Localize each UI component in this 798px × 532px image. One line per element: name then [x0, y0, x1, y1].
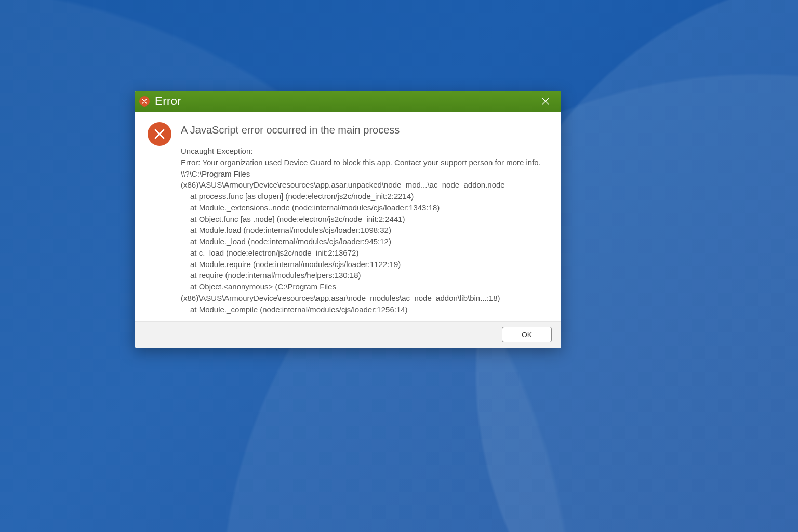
stack-line: at Module._compile (node:internal/module… [181, 304, 549, 315]
stack-line: at Module._load (node:internal/modules/c… [181, 236, 549, 247]
stack-line: at require (node:internal/modules/helper… [181, 270, 549, 281]
dialog-body: A JavaScript error occurred in the main … [135, 112, 561, 321]
stack-line-wrapped: at Object.<anonymous> (C:\Program Files … [181, 281, 549, 304]
stack-line: at Object.func [as .node] (node:electron… [181, 214, 549, 225]
error-dialog: Error A JavaScript error occurred in the… [135, 91, 561, 348]
error-path: \\?\C:\Program Files (x86)\ASUS\ArmouryD… [181, 168, 549, 191]
error-heading: A JavaScript error occurred in the main … [181, 124, 549, 136]
dialog-footer: OK [135, 321, 561, 348]
stack-line: at Module.require (node:internal/modules… [181, 259, 549, 270]
dialog-title: Error [155, 95, 535, 108]
titlebar-error-icon [139, 96, 150, 107]
exception-label: Uncaught Exception: [181, 145, 549, 157]
close-button[interactable] [535, 91, 556, 112]
stack-line: at c._load (node:electron/js2c/node_init… [181, 247, 549, 259]
titlebar[interactable]: Error [135, 91, 561, 112]
dialog-content: A JavaScript error occurred in the main … [181, 121, 549, 315]
stack-trace: Uncaught Exception: Error: Your organiza… [181, 145, 549, 315]
stack-line: at Module.load (node:internal/modules/cj… [181, 224, 549, 236]
error-message: Error: Your organization used Device Gua… [181, 157, 549, 168]
stack-line: at Module._extensions..node (node:intern… [181, 202, 549, 214]
stack-line: at process.func [as dlopen] (node:electr… [181, 191, 549, 202]
ok-button[interactable]: OK [502, 327, 552, 342]
error-icon [148, 122, 171, 146]
